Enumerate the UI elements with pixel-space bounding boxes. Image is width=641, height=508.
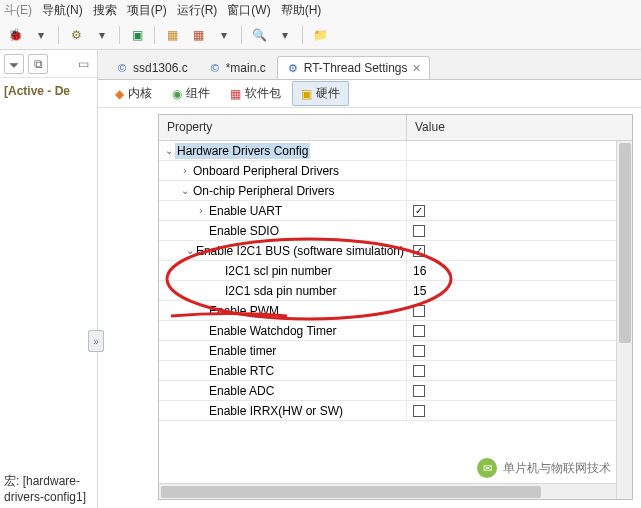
property-row[interactable]: ⌄Enable I2C1 BUS (software simulation)✓	[159, 241, 632, 261]
checkbox[interactable]	[413, 345, 425, 357]
property-row[interactable]: Enable IRRX(HW or SW)	[159, 401, 632, 421]
scrollbar-thumb[interactable]	[619, 143, 631, 343]
file-icon: ©	[208, 61, 222, 75]
dropdown-icon[interactable]: ▾	[30, 24, 52, 46]
tab-label: *main.c	[226, 61, 266, 75]
build-icon[interactable]: ⚙	[65, 24, 87, 46]
menu-window[interactable]: 窗口(W)	[227, 2, 270, 18]
search-icon[interactable]: 🔍	[248, 24, 270, 46]
checkbox[interactable]	[413, 305, 425, 317]
menu-project[interactable]: 项目(P)	[127, 2, 167, 18]
minimize-icon[interactable]: ▭	[73, 54, 93, 74]
subtab-label: 内核	[128, 85, 152, 102]
package-icon[interactable]: ▦	[161, 24, 183, 46]
tab-rtthreadsettings[interactable]: ⚙RT-Thread Settings✕	[277, 56, 430, 79]
menu-trunc: 斗(E)	[4, 2, 32, 18]
property-row[interactable]: ⌄Hardware Drivers Config	[159, 141, 632, 161]
property-grid: Property Value ⌄Hardware Drivers Config›…	[158, 114, 633, 500]
chip-icon[interactable]: ▣	[126, 24, 148, 46]
macro-status: 宏: [hardware-drivers-config1]	[4, 473, 97, 504]
expanded-icon[interactable]: ⌄	[179, 185, 191, 196]
property-value[interactable]: 15	[413, 284, 426, 298]
separator	[302, 26, 303, 44]
menu-run[interactable]: 运行(R)	[177, 2, 218, 18]
checkbox[interactable]	[413, 385, 425, 397]
property-row[interactable]: Enable SDIO	[159, 221, 632, 241]
collapsed-icon[interactable]: ›	[195, 205, 207, 216]
property-row[interactable]: Enable timer	[159, 341, 632, 361]
subtab-label: 硬件	[316, 85, 340, 102]
menu-nav[interactable]: 导航(N)	[42, 2, 83, 18]
subtab-1[interactable]: ◉组件	[163, 81, 219, 106]
subtab-3[interactable]: ▣硬件	[292, 81, 349, 106]
property-row[interactable]: ⌄On-chip Peripheral Drivers	[159, 181, 632, 201]
property-row[interactable]: Enable RTC	[159, 361, 632, 381]
collapsed-icon[interactable]: ›	[179, 165, 191, 176]
config-icon[interactable]: ⧉	[28, 54, 48, 74]
checkbox[interactable]	[413, 405, 425, 417]
checkbox[interactable]: ✓	[413, 245, 425, 257]
property-row[interactable]: Enable ADC	[159, 381, 632, 401]
expanded-icon[interactable]: ⌄	[185, 245, 193, 256]
property-row[interactable]: I2C1 sda pin number15	[159, 281, 632, 301]
folder-icon[interactable]: 📁	[309, 24, 331, 46]
subtab-icon: ◉	[172, 87, 182, 101]
checkbox[interactable]	[413, 225, 425, 237]
file-icon: ⚙	[286, 61, 300, 75]
checkbox[interactable]: ✓	[413, 205, 425, 217]
property-label: Enable IRRX(HW or SW)	[207, 403, 345, 419]
main-menu: 斗(E) 导航(N) 搜索 项目(P) 运行(R) 窗口(W) 帮助(H)	[0, 0, 641, 20]
separator	[119, 26, 120, 44]
subtab-0[interactable]: ◆内核	[106, 81, 161, 106]
property-label: I2C1 scl pin number	[223, 263, 334, 279]
grid-body: ⌄Hardware Drivers Config›Onboard Periphe…	[159, 141, 632, 421]
dropdown-icon[interactable]: ▾	[213, 24, 235, 46]
sidebar: 🞃 ⧉ ▭ [Active - De » 宏: [hardware-driver…	[0, 50, 98, 508]
menu-help[interactable]: 帮助(H)	[281, 2, 322, 18]
column-value[interactable]: Value	[407, 115, 632, 140]
expanded-icon[interactable]: ⌄	[163, 145, 175, 156]
property-row[interactable]: Enable PWM	[159, 301, 632, 321]
scrollbar-thumb[interactable]	[161, 486, 541, 498]
bug-icon[interactable]: 🐞	[4, 24, 26, 46]
property-value[interactable]: 16	[413, 264, 426, 278]
separator	[58, 26, 59, 44]
grid-icon[interactable]: ▦	[187, 24, 209, 46]
dropdown-icon[interactable]: ▾	[91, 24, 113, 46]
menu-search[interactable]: 搜索	[93, 2, 117, 18]
property-row[interactable]: I2C1 scl pin number16	[159, 261, 632, 281]
subtab-label: 组件	[186, 85, 210, 102]
tab-label: RT-Thread Settings	[304, 61, 408, 75]
property-label: Enable SDIO	[207, 223, 281, 239]
column-property[interactable]: Property	[159, 115, 407, 140]
separator	[241, 26, 242, 44]
property-label: Enable PWM	[207, 303, 281, 319]
subtab-icon: ▣	[301, 87, 312, 101]
checkbox[interactable]	[413, 365, 425, 377]
dropdown-icon[interactable]: ▾	[274, 24, 296, 46]
property-row[interactable]: ›Onboard Peripheral Drivers	[159, 161, 632, 181]
editor-tab-bar: ©ssd1306.c©*main.c⚙RT-Thread Settings✕	[98, 50, 641, 80]
expand-panel-icon[interactable]: »	[88, 330, 104, 352]
tab-ssd1306c[interactable]: ©ssd1306.c	[106, 56, 197, 79]
grid-header: Property Value	[159, 115, 632, 141]
settings-subtab-bar: ◆内核◉组件▦软件包▣硬件	[98, 80, 641, 108]
watermark-text: 单片机与物联网技术	[503, 460, 611, 477]
file-icon: ©	[115, 61, 129, 75]
checkbox[interactable]	[413, 325, 425, 337]
subtab-2[interactable]: ▦软件包	[221, 81, 290, 106]
close-icon[interactable]: ✕	[412, 62, 421, 75]
property-label: Enable UART	[207, 203, 284, 219]
property-label: I2C1 sda pin number	[223, 283, 338, 299]
property-row[interactable]: ›Enable UART✓	[159, 201, 632, 221]
separator	[154, 26, 155, 44]
subtab-icon: ▦	[230, 87, 241, 101]
property-row[interactable]: Enable Watchdog Timer	[159, 321, 632, 341]
main-toolbar: 🐞 ▾ ⚙ ▾ ▣ ▦ ▦ ▾ 🔍 ▾ 📁	[0, 20, 641, 50]
horizontal-scrollbar[interactable]	[159, 483, 616, 499]
tab-mainc[interactable]: ©*main.c	[199, 56, 275, 79]
vertical-scrollbar[interactable]	[616, 141, 632, 499]
property-label: Enable ADC	[207, 383, 276, 399]
property-label: Enable timer	[207, 343, 278, 359]
collapse-icon[interactable]: 🞃	[4, 54, 24, 74]
